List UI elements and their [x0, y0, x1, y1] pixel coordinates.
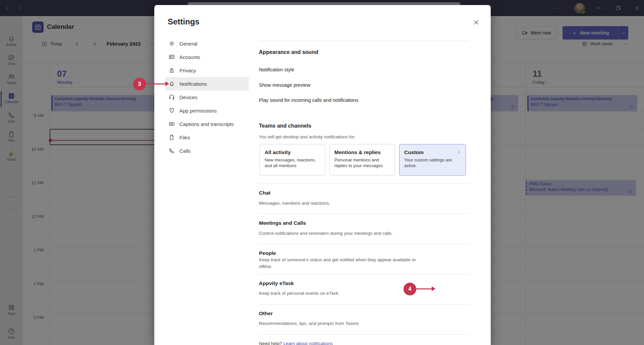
settings-nav-label: Files: [179, 135, 190, 140]
settings-nav-captions[interactable]: Captions and transcripts: [165, 117, 249, 131]
help-footer: Need help? Learn about notifications: [259, 341, 333, 345]
card-all-activity[interactable]: All activity New messages, reactions, an…: [260, 144, 325, 176]
settings-nav-label: Accounts: [179, 54, 200, 60]
divider: [259, 334, 469, 335]
settings-nav-label: Notifications: [179, 81, 207, 87]
card-title: All activity: [265, 149, 320, 155]
file-icon: [168, 134, 175, 141]
annotation-step-4: 4: [404, 283, 416, 295]
dialog-title: Settings: [168, 17, 200, 26]
settings-nav-label: Privacy: [179, 68, 196, 73]
id-card-icon: [168, 54, 175, 60]
settings-nav-label: General: [179, 41, 197, 47]
annotation-step-3: 3: [133, 78, 146, 90]
settings-nav-app-permissions[interactable]: App permissions: [165, 104, 249, 117]
card-desc: Your custom settings are active.: [404, 157, 461, 168]
settings-nav-notifications[interactable]: Notifications: [165, 77, 249, 90]
divider: [259, 213, 469, 214]
settings-nav-label: Calls: [179, 148, 191, 154]
card-desc: Personal mentions and replies to your me…: [334, 157, 390, 168]
close-icon: [473, 19, 480, 26]
card-title: Mentions & replies: [334, 149, 390, 155]
notification-mode-cards: All activity New messages, reactions, an…: [260, 144, 466, 176]
learn-about-notifications-link[interactable]: Learn about notifications: [283, 341, 333, 345]
annotation-arrow-line-4: [416, 288, 432, 289]
divider: [259, 274, 469, 274]
settings-dialog: Settings General Accounts Privacy Notifi…: [154, 5, 491, 345]
play-sound-label: Play sound for incoming calls and notifi…: [259, 97, 359, 103]
divider: [259, 41, 469, 41]
shield-icon: [168, 107, 175, 114]
card-mentions-replies[interactable]: Mentions & replies Personal mentions and…: [329, 144, 395, 176]
show-preview-label: Show message preview: [259, 82, 310, 88]
need-help-text: Need help?: [259, 341, 283, 345]
notification-style-label: Notification style: [259, 67, 294, 72]
gear-icon: [168, 40, 175, 47]
card-title: Custom: [404, 149, 461, 155]
settings-nav-label: Captions and transcripts: [179, 121, 234, 127]
phone-icon: [168, 147, 175, 154]
annotation-arrow-line-3: [146, 83, 165, 84]
section-heading-appearance: Appearance and sound: [259, 49, 318, 55]
settings-nav: General Accounts Privacy Notifications D…: [165, 37, 249, 157]
teams-channels-subtitle: You will get desktop and activity notifi…: [259, 134, 356, 140]
divider: [259, 184, 469, 184]
lock-icon: [168, 67, 175, 74]
settings-nav-calls[interactable]: Calls: [165, 144, 249, 157]
settings-nav-label: App permissions: [179, 108, 217, 114]
section-desc: Keep track of personal events on eTask.: [259, 290, 417, 297]
section-desc: Recommendations, tips, and prompts from …: [259, 320, 417, 327]
chevron-right-icon: [457, 150, 462, 155]
captions-cc-icon: [168, 121, 175, 127]
dialog-close-button[interactable]: [472, 18, 481, 27]
settings-nav-accounts[interactable]: Accounts: [165, 50, 249, 64]
settings-nav-files[interactable]: Files: [165, 131, 249, 144]
section-title-other: Other: [259, 310, 273, 317]
section-heading-teams-channels: Teams and channels: [259, 123, 311, 129]
settings-nav-label: Devices: [179, 94, 197, 100]
section-desc: Messages, mentions and reactions.: [259, 200, 417, 207]
bell-icon: [168, 80, 175, 87]
settings-nav-privacy[interactable]: Privacy: [165, 64, 249, 77]
section-title-people: People: [259, 250, 276, 256]
section-title-chat: Chat: [259, 190, 270, 196]
divider: [259, 244, 469, 244]
teams-app-window: Activity Chat Teams Calendar Calls Files…: [0, 0, 644, 345]
section-title-appvity-etask: Appvity eTask: [259, 280, 294, 286]
section-desc: Keep track of someone's status and get n…: [259, 257, 417, 270]
card-desc: New messages, reactions, and all mention…: [265, 157, 320, 168]
section-title-meetings: Meetings and Calls: [259, 220, 306, 226]
settings-nav-devices[interactable]: Devices: [165, 90, 249, 104]
settings-nav-general[interactable]: General: [165, 37, 249, 50]
settings-content: Appearance and sound Notification style …: [259, 5, 469, 345]
annotation-arrow-head-3: [165, 81, 169, 86]
annotation-arrow-head-4: [432, 286, 435, 291]
divider: [259, 304, 469, 304]
section-desc: Control notifications and reminders duri…: [259, 230, 417, 237]
headset-icon: [168, 94, 175, 100]
card-custom[interactable]: Custom Your custom settings are active.: [399, 144, 466, 176]
